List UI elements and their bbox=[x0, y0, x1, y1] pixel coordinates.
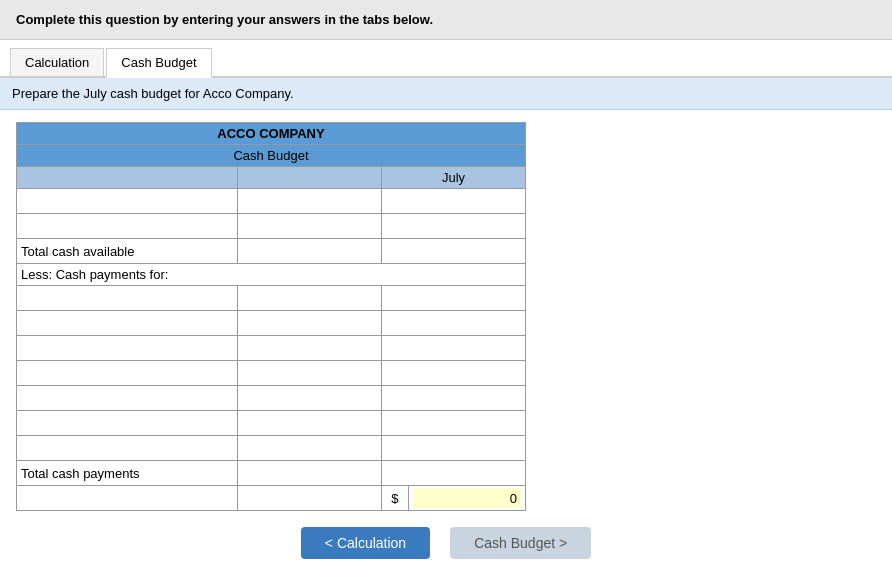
sub-instruction: Prepare the July cash budget for Acco Co… bbox=[0, 78, 892, 110]
total-payments-value[interactable] bbox=[386, 463, 521, 483]
row2-mid-input[interactable] bbox=[242, 216, 377, 236]
table-row bbox=[17, 214, 526, 239]
total-cash-avail-value[interactable] bbox=[386, 241, 521, 261]
payment5-mid[interactable] bbox=[242, 388, 377, 408]
payment3-value[interactable] bbox=[386, 338, 521, 358]
table-title-row: Cash Budget bbox=[17, 145, 526, 167]
payment2-value[interactable] bbox=[386, 313, 521, 333]
prev-button[interactable]: < Calculation bbox=[301, 527, 430, 559]
table-row bbox=[17, 336, 526, 361]
payment5-label[interactable] bbox=[21, 388, 233, 408]
payment6-value[interactable] bbox=[386, 413, 521, 433]
company-name: ACCO COMPANY bbox=[17, 123, 526, 145]
total-cash-avail-mid[interactable] bbox=[242, 241, 377, 261]
tabs-bar: Calculation Cash Budget bbox=[0, 40, 892, 78]
payment7-mid[interactable] bbox=[242, 438, 377, 458]
next-button[interactable]: Cash Budget > bbox=[450, 527, 591, 559]
tab-calculation[interactable]: Calculation bbox=[10, 48, 104, 76]
payment4-mid[interactable] bbox=[242, 363, 377, 383]
payment1-value[interactable] bbox=[386, 288, 521, 308]
total-cash-payments-row: Total cash payments bbox=[17, 461, 526, 486]
table-row bbox=[17, 286, 526, 311]
dollar-sign: $ bbox=[382, 486, 409, 511]
table-row bbox=[17, 361, 526, 386]
table-row bbox=[17, 411, 526, 436]
total-payments-mid[interactable] bbox=[242, 463, 377, 483]
payment3-mid[interactable] bbox=[242, 338, 377, 358]
row1-mid-input[interactable] bbox=[242, 191, 377, 211]
final-value-input[interactable] bbox=[413, 488, 521, 508]
payment1-label[interactable] bbox=[21, 288, 233, 308]
payment2-label[interactable] bbox=[21, 313, 233, 333]
payment6-label[interactable] bbox=[21, 413, 233, 433]
final-mid-input[interactable] bbox=[242, 488, 377, 508]
bottom-buttons: < Calculation Cash Budget > bbox=[16, 527, 876, 559]
payment7-label[interactable] bbox=[21, 438, 233, 458]
table-row bbox=[17, 436, 526, 461]
payment7-value[interactable] bbox=[386, 438, 521, 458]
payment6-mid[interactable] bbox=[242, 413, 377, 433]
payment3-label[interactable] bbox=[21, 338, 233, 358]
tab-cash-budget[interactable]: Cash Budget bbox=[106, 48, 211, 78]
table-row bbox=[17, 386, 526, 411]
payment4-label[interactable] bbox=[21, 363, 233, 383]
content-area: ACCO COMPANY Cash Budget July bbox=[0, 110, 892, 571]
less-cash-payments-row: Less: Cash payments for: bbox=[17, 264, 526, 286]
row1-value-input[interactable] bbox=[386, 191, 521, 211]
column-header-july: July bbox=[382, 167, 526, 189]
instruction-bar: Complete this question by entering your … bbox=[0, 0, 892, 40]
total-cash-available-label: Total cash available bbox=[17, 239, 238, 264]
total-cash-available-row: Total cash available bbox=[17, 239, 526, 264]
payment2-mid[interactable] bbox=[242, 313, 377, 333]
budget-table: ACCO COMPANY Cash Budget July bbox=[16, 122, 526, 511]
table-title: Cash Budget bbox=[17, 145, 526, 167]
row2-label-input[interactable] bbox=[21, 216, 233, 236]
row2-value-input[interactable] bbox=[386, 216, 521, 236]
column-header-row: July bbox=[17, 167, 526, 189]
total-cash-payments-label: Total cash payments bbox=[17, 461, 238, 486]
less-cash-payments-label: Less: Cash payments for: bbox=[17, 264, 526, 286]
row1-label-input[interactable] bbox=[21, 191, 233, 211]
table-row bbox=[17, 189, 526, 214]
company-name-row: ACCO COMPANY bbox=[17, 123, 526, 145]
final-value-row: $ bbox=[17, 486, 526, 511]
table-row bbox=[17, 311, 526, 336]
payment5-value[interactable] bbox=[386, 388, 521, 408]
payment4-value[interactable] bbox=[386, 363, 521, 383]
final-label-input[interactable] bbox=[21, 488, 233, 508]
payment1-mid[interactable] bbox=[242, 288, 377, 308]
